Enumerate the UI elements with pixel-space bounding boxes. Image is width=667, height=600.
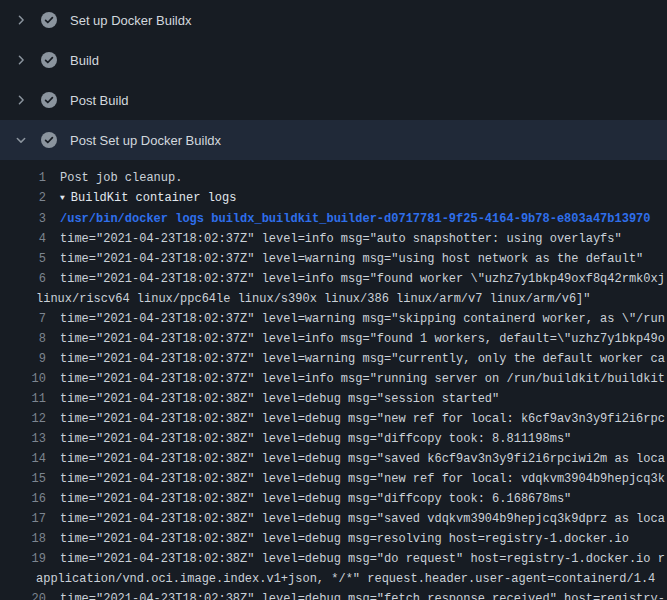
log-text: time="2021-04-23T18:02:38Z" level=debug …	[60, 469, 665, 489]
log-text: time="2021-04-23T18:02:38Z" level=debug …	[60, 529, 629, 549]
steps-list: Set up Docker BuildxBuildPost BuildPost …	[0, 0, 667, 160]
log-text: time="2021-04-23T18:02:38Z" level=debug …	[60, 589, 665, 600]
log-command[interactable]: /usr/bin/docker logs buildx_buildkit_bui…	[60, 209, 651, 229]
line-number[interactable]: 8	[0, 329, 60, 349]
line-number	[0, 569, 36, 589]
line-number[interactable]: 4	[0, 229, 60, 249]
log-text: time="2021-04-23T18:02:38Z" level=debug …	[60, 429, 571, 449]
line-number[interactable]: 12	[0, 409, 60, 429]
line-number[interactable]: 5	[0, 249, 60, 269]
triangle-down-icon: ▼	[60, 188, 65, 208]
log-text: time="2021-04-23T18:02:37Z" level=info m…	[60, 229, 622, 249]
log-line: 9time="2021-04-23T18:02:37Z" level=warni…	[0, 349, 667, 369]
step-title: Set up Docker Buildx	[70, 13, 191, 28]
line-number[interactable]: 17	[0, 509, 60, 529]
line-number[interactable]: 1	[0, 168, 60, 188]
step-title: Build	[70, 53, 99, 68]
log-line: 15time="2021-04-23T18:02:38Z" level=debu…	[0, 469, 667, 489]
chevron-right-icon	[14, 93, 28, 107]
log-text: time="2021-04-23T18:02:38Z" level=debug …	[60, 509, 665, 529]
log-text: time="2021-04-23T18:02:37Z" level=warnin…	[60, 249, 643, 269]
log-line: 10time="2021-04-23T18:02:37Z" level=info…	[0, 369, 667, 389]
log-line: 6time="2021-04-23T18:02:37Z" level=info …	[0, 269, 667, 289]
log-group-toggle[interactable]: ▼BuildKit container logs	[60, 188, 236, 209]
log-line: application/vnd.oci.image.index.v1+json,…	[0, 569, 667, 589]
log-line: 1Post job cleanup.	[0, 168, 667, 188]
log-line: 16time="2021-04-23T18:02:38Z" level=debu…	[0, 489, 667, 509]
log-panel[interactable]: 1Post job cleanup.2▼BuildKit container l…	[0, 160, 667, 600]
chevron-down-icon	[14, 133, 28, 147]
step-header[interactable]: Post Build	[0, 80, 667, 120]
log-line: 17time="2021-04-23T18:02:38Z" level=debu…	[0, 509, 667, 529]
line-number[interactable]: 7	[0, 309, 60, 329]
log-text: time="2021-04-23T18:02:37Z" level=info m…	[60, 269, 665, 289]
log-text: time="2021-04-23T18:02:37Z" level=info m…	[60, 329, 665, 349]
line-number[interactable]: 13	[0, 429, 60, 449]
step-header[interactable]: Set up Docker Buildx	[0, 0, 667, 40]
check-circle-icon	[41, 132, 57, 148]
log-line: 13time="2021-04-23T18:02:38Z" level=debu…	[0, 429, 667, 449]
line-number[interactable]: 6	[0, 269, 60, 289]
line-number[interactable]: 16	[0, 489, 60, 509]
log-line: 19time="2021-04-23T18:02:38Z" level=debu…	[0, 549, 667, 569]
log-line: 20time="2021-04-23T18:02:38Z" level=debu…	[0, 589, 667, 600]
log-text: time="2021-04-23T18:02:38Z" level=debug …	[60, 549, 665, 569]
actions-log-viewer: { "colors": { "background": "#171c23", "…	[0, 0, 667, 600]
log-line: 18time="2021-04-23T18:02:38Z" level=debu…	[0, 529, 667, 549]
log-text: time="2021-04-23T18:02:38Z" level=debug …	[60, 449, 665, 469]
line-number[interactable]: 3	[0, 209, 60, 229]
line-number[interactable]: 18	[0, 529, 60, 549]
line-number[interactable]: 9	[0, 349, 60, 369]
line-number[interactable]: 2	[0, 188, 60, 209]
line-number[interactable]: 20	[0, 589, 60, 600]
line-number[interactable]: 15	[0, 469, 60, 489]
log-line: linux/riscv64 linux/ppc64le linux/s390x …	[0, 289, 667, 309]
log-text: application/vnd.oci.image.index.v1+json,…	[36, 569, 655, 589]
log-line: 11time="2021-04-23T18:02:38Z" level=debu…	[0, 389, 667, 409]
chevron-right-icon	[14, 53, 28, 67]
log-line: 7time="2021-04-23T18:02:37Z" level=warni…	[0, 309, 667, 329]
check-circle-icon	[41, 52, 57, 68]
log-text: time="2021-04-23T18:02:37Z" level=info m…	[60, 369, 665, 389]
log-line: 4time="2021-04-23T18:02:37Z" level=info …	[0, 229, 667, 249]
line-number[interactable]: 14	[0, 449, 60, 469]
log-line: 3/usr/bin/docker logs buildx_buildkit_bu…	[0, 209, 667, 229]
log-text: Post job cleanup.	[60, 168, 182, 188]
check-circle-icon	[41, 12, 57, 28]
step-title: Post Build	[70, 93, 129, 108]
log-text: time="2021-04-23T18:02:37Z" level=warnin…	[60, 309, 665, 329]
log-text: time="2021-04-23T18:02:38Z" level=debug …	[60, 389, 499, 409]
line-number[interactable]: 10	[0, 369, 60, 389]
step-header[interactable]: Build	[0, 40, 667, 80]
log-text: time="2021-04-23T18:02:38Z" level=debug …	[60, 409, 665, 429]
line-number[interactable]: 11	[0, 389, 60, 409]
log-line: 14time="2021-04-23T18:02:38Z" level=debu…	[0, 449, 667, 469]
log-line: 5time="2021-04-23T18:02:37Z" level=warni…	[0, 249, 667, 269]
step-header[interactable]: Post Set up Docker Buildx	[0, 120, 667, 160]
check-circle-icon	[41, 92, 57, 108]
log-line: 12time="2021-04-23T18:02:38Z" level=debu…	[0, 409, 667, 429]
log-text: linux/riscv64 linux/ppc64le linux/s390x …	[36, 289, 591, 309]
log-text: time="2021-04-23T18:02:38Z" level=debug …	[60, 489, 571, 509]
log-line: 8time="2021-04-23T18:02:37Z" level=info …	[0, 329, 667, 349]
line-number[interactable]: 19	[0, 549, 60, 569]
step-title: Post Set up Docker Buildx	[70, 133, 221, 148]
line-number	[0, 289, 36, 309]
chevron-right-icon	[14, 13, 28, 27]
log-line: 2▼BuildKit container logs	[0, 188, 667, 209]
log-text: time="2021-04-23T18:02:37Z" level=warnin…	[60, 349, 665, 369]
